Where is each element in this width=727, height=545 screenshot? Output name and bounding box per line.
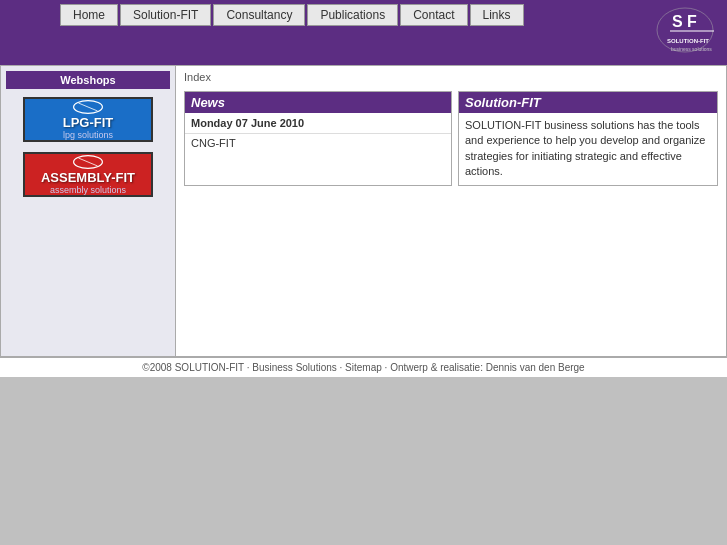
svg-text:S: S	[672, 13, 683, 30]
svg-text:F: F	[687, 13, 697, 30]
nav-solution-fit[interactable]: Solution-FIT	[120, 4, 211, 26]
lpg-icon	[68, 99, 108, 115]
logo-svg: S F SOLUTION-FIT business solutions	[607, 5, 717, 60]
nav-contact[interactable]: Contact	[400, 4, 467, 26]
lpg-fit-logo[interactable]: LPG-FIT lpg solutions	[23, 97, 153, 142]
svg-line-9	[78, 158, 97, 166]
content-grid: News Monday 07 June 2010 CNG-FIT Solutio…	[184, 91, 718, 186]
solution-body: SOLUTION-FIT business solutions has the …	[459, 113, 717, 185]
news-item: CNG-FIT	[185, 134, 451, 152]
svg-line-7	[78, 103, 97, 111]
nav-consultancy[interactable]: Consultancy	[213, 4, 305, 26]
news-header: News	[185, 92, 451, 113]
assembly-sub-text: assembly solutions	[50, 185, 126, 195]
assembly-fit-logo[interactable]: ASSEMBLY-FIT assembly solutions	[23, 152, 153, 197]
sidebar: Webshops LPG-FIT lpg solutions	[1, 66, 176, 356]
nav-links[interactable]: Links	[470, 4, 524, 26]
header: Home Solution-FIT Consultancy Publicatio…	[0, 0, 727, 65]
solution-header: Solution-FIT	[459, 92, 717, 113]
footer: ©2008 SOLUTION-FIT · Business Solutions …	[0, 357, 727, 377]
main-area: Webshops LPG-FIT lpg solutions	[0, 65, 727, 357]
solution-panel: Solution-FIT SOLUTION-FIT business solut…	[458, 91, 718, 186]
assembly-brand-text: ASSEMBLY-FIT	[41, 170, 135, 185]
assembly-icon	[68, 154, 108, 170]
nav-publications[interactable]: Publications	[307, 4, 398, 26]
footer-text: ©2008 SOLUTION-FIT · Business Solutions …	[142, 362, 584, 373]
index-label: Index	[184, 71, 718, 85]
content: Index News Monday 07 June 2010 CNG-FIT S…	[176, 66, 726, 356]
logo-area: S F SOLUTION-FIT business solutions	[607, 5, 717, 60]
page-wrapper: Home Solution-FIT Consultancy Publicatio…	[0, 0, 727, 377]
news-date: Monday 07 June 2010	[185, 113, 451, 134]
nav-home[interactable]: Home	[60, 4, 118, 26]
svg-text:SOLUTION-FIT: SOLUTION-FIT	[667, 38, 709, 44]
svg-text:business solutions: business solutions	[671, 46, 712, 52]
sidebar-title: Webshops	[6, 71, 170, 89]
lpg-sub-text: lpg solutions	[63, 130, 113, 140]
lpg-brand-text: LPG-FIT	[63, 115, 114, 130]
news-panel: News Monday 07 June 2010 CNG-FIT	[184, 91, 452, 186]
